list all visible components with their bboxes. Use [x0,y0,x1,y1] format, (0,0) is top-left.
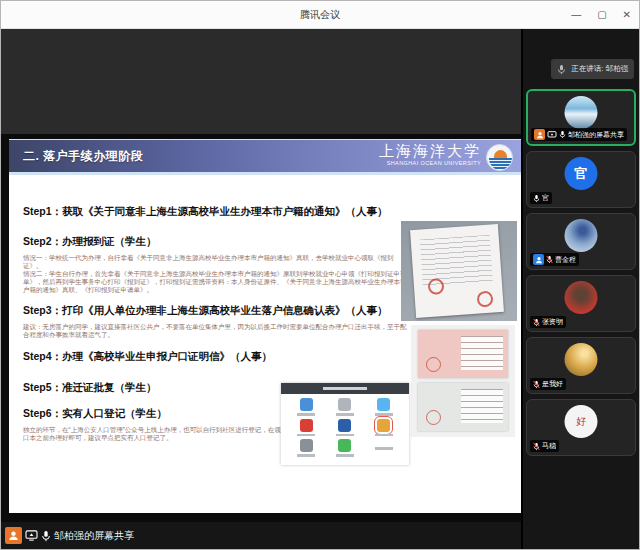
avatar [565,96,598,129]
slide-header: 二. 落户手续办理阶段 上海海洋大学 SHANGHAI OCEAN UNIVER… [9,139,521,175]
step-2-note: 情况一：学校统一代为办理，自行拿着《关于同意非上海生源高校毕业生办理本市户籍的通… [23,254,409,294]
red-seal-icon [476,291,493,308]
close-icon[interactable]: ✕ [623,10,631,20]
participant-name: 是我好 [542,379,563,389]
mic-icon [41,530,51,542]
avatar [565,219,598,252]
app-screenshot-header [281,383,409,394]
university-name-cn: 上海海洋大学 [379,143,481,160]
participant-name: 曹金程 [555,255,576,265]
mic-muted-icon [546,255,553,264]
participant-tile-guan[interactable]: 官 官 [526,151,636,208]
participant-label: 曹金程 [530,253,579,266]
mic-muted-icon [533,380,540,389]
mic-muted-icon [533,318,540,327]
window-controls: — ▢ ✕ [571,1,631,29]
participant-name: 张资明 [542,317,563,327]
mic-icon [533,194,540,203]
step-4: Step4：办理《高校毕业生申报户口证明信》（人事） [23,350,409,364]
document-paper [410,224,504,318]
university-logo-icon [486,144,513,171]
avatar: 好 [565,405,598,438]
certificate-card-grey [418,383,508,431]
participant-label: 官 [530,192,552,204]
participant-tile-shiwo[interactable]: 是我好 [526,337,636,394]
printer-icon [300,439,313,452]
red-seal-icon [427,278,444,295]
participant-label: 张资明 [530,316,566,328]
university-name: 上海海洋大学 SHANGHAI OCEAN UNIVERSITY [379,143,481,166]
police-service-app-screenshot [281,383,409,465]
shared-screen-area: 二. 落户手续办理阶段 上海海洋大学 SHANGHAI OCEAN UNIVER… [1,29,523,549]
app-icon [300,398,313,411]
participant-tile-zoubaiqiang[interactable]: 邹柏强的屏幕共享 [526,89,636,146]
participant-name: 邹柏强的屏幕共享 [568,130,624,140]
app-icon [300,419,313,432]
person-icon [535,256,543,264]
notice-document-photo [401,221,517,321]
slide-section-title: 二. 落户手续办理阶段 [9,148,143,165]
minimize-icon[interactable]: — [571,10,581,20]
screen-share-icon [547,131,557,139]
certificate-card-pink [418,330,508,378]
step-3: Step3：打印《用人单位办理非上海生源高校毕业生落户信息确认表》（人事） [23,304,409,318]
registration-certificate-photo [411,325,515,437]
screen-share-icon [25,530,38,541]
step-2: Step2：办理报到证（学生） [23,235,409,249]
member-badge-icon [533,254,544,265]
share-banner-label: 邹柏强的屏幕共享 [54,529,134,543]
host-badge-icon [5,527,22,544]
meeting-main: 二. 落户手续办理阶段 上海海洋大学 SHANGHAI OCEAN UNIVER… [1,29,639,549]
avatar: 官 [565,157,598,190]
app-icon [377,398,390,411]
title-bar: 腾讯会议 — ▢ ✕ [1,1,639,29]
participant-tile-mawen[interactable]: 好 马稳 [526,399,636,456]
mic-icon [557,64,566,75]
university-name-en: SHANGHAI OCEAN UNIVERSITY [379,160,481,166]
step-3-note: 建议：无房落户的同学，建议直接落社区公共户，不要落在单位集体户里，因为以后换工作… [23,323,409,339]
presentation-slide: 二. 落户手续办理阶段 上海海洋大学 SHANGHAI OCEAN UNIVER… [9,139,521,513]
slide-body: Step1：获取《关于同意非上海生源高校毕业生办理本市户籍的通知》（人事） St… [9,175,521,510]
window-title: 腾讯会议 [300,8,340,22]
app-icon [338,398,351,411]
speaking-indicator: 正在讲话: 邹柏强 [551,59,634,79]
participant-name: 官 [542,193,549,203]
participant-label: 是我好 [530,378,566,390]
step-6-note: 独立的环节，在“上海公安人口管理”公众号上线上办理，也可以自行到社区进行登记，在… [23,426,291,442]
mic-icon [559,130,566,139]
participant-label: 邹柏强的屏幕共享 [531,128,627,141]
mic-muted-icon [533,442,540,451]
person-icon [8,530,19,541]
speaking-indicator-label: 正在讲话: 邹柏强 [571,64,628,74]
maximize-icon[interactable]: ▢ [597,10,606,20]
step-1: Step1：获取《关于同意非上海生源高校毕业生办理本市户籍的通知》（人事） [23,205,409,219]
app-icon [338,419,351,432]
participant-label: 马稳 [530,440,559,452]
person-icon [536,131,544,139]
participant-tile-zhangziming[interactable]: 张资明 [526,275,636,332]
participants-sidebar[interactable]: 正在讲话: 邹柏强 邹柏强的屏幕共享 [521,29,639,549]
host-badge-icon [534,129,545,140]
participant-tile-caojincheng[interactable]: 曹金程 [526,213,636,270]
app-icon-highlighted [377,419,390,432]
participant-name: 马稳 [542,441,556,451]
avatar [565,343,598,376]
app-icon [338,439,351,452]
screen-share-banner: 邹柏强的屏幕共享 [1,522,523,549]
shared-screen-letterbox [1,29,523,134]
app-window: 腾讯会议 — ▢ ✕ 二. 落户手续办理阶段 上海海洋大学 SHANGHAI O… [0,0,640,550]
avatar [565,281,598,314]
app-icon-grid [281,394,409,461]
